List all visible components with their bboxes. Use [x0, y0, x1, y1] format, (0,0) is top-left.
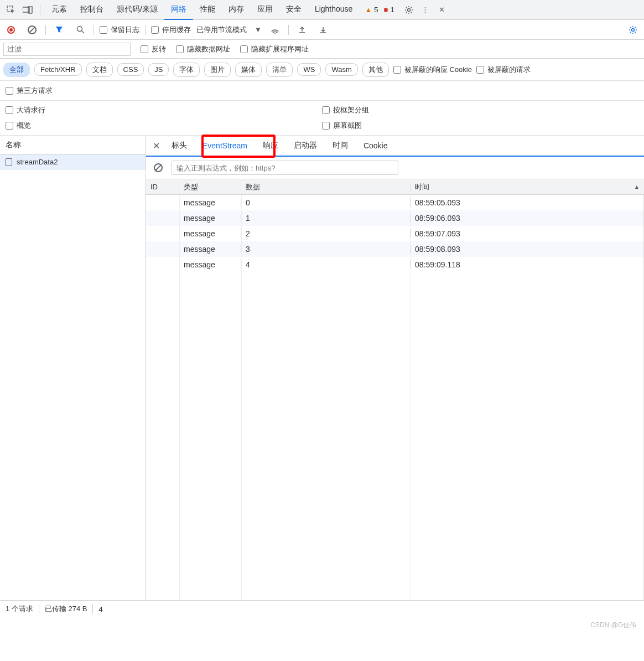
hide-ext-urls-checkbox[interactable]: 隐藏扩展程序网址: [240, 44, 309, 54]
main-tab[interactable]: Lighthouse: [308, 0, 360, 20]
svg-point-7: [632, 28, 635, 31]
type-pill[interactable]: 媒体: [235, 63, 262, 77]
filter-icon[interactable]: [51, 22, 67, 38]
third-party-checkbox[interactable]: 第三方请求: [6, 86, 53, 96]
network-toolbar: 保留日志 停用缓存 已停用节流模式▼: [0, 20, 644, 40]
eventstream-toolbar: [146, 157, 644, 179]
detail-tab[interactable]: 时间: [325, 136, 356, 155]
svg-point-6: [274, 33, 276, 34]
sort-arrow-icon: ▲: [634, 184, 640, 190]
filter-input[interactable]: [3, 43, 131, 56]
separator: [40, 4, 40, 16]
network-conditions-icon[interactable]: [267, 22, 283, 38]
more-icon[interactable]: ⋮: [418, 2, 433, 18]
svg-line-5: [81, 31, 84, 34]
upload-har-icon[interactable]: [294, 22, 310, 38]
col-header-data[interactable]: 数据: [241, 182, 411, 192]
issue-counters[interactable]: ▲5 ■1: [365, 6, 394, 14]
request-detail: ✕ 标头EventStream响应启动器时间Cookie ID 类型 数据 时间…: [146, 136, 644, 600]
preserve-log-checkbox[interactable]: 保留日志: [100, 25, 139, 35]
request-row[interactable]: streamData2: [0, 154, 146, 170]
error-count: 1: [390, 6, 394, 14]
group-by-frame-checkbox[interactable]: 按框架分组: [322, 105, 638, 115]
resource-type-filter-row2: 第三方请求: [0, 81, 644, 101]
svg-point-3: [407, 8, 410, 11]
main-tab[interactable]: 应用: [251, 0, 279, 20]
separator: [288, 25, 289, 35]
request-name: streamData2: [17, 158, 58, 166]
type-pill[interactable]: Fetch/XHR: [34, 63, 82, 76]
event-row[interactable]: message008:59:05.093: [146, 195, 643, 210]
inspect-icon[interactable]: [3, 2, 19, 18]
type-pill[interactable]: 字体: [173, 63, 200, 77]
type-pill[interactable]: 其他: [362, 63, 389, 77]
main-tabs: 元素控制台源代码/来源网络性能内存应用安全Lighthouse: [45, 0, 359, 20]
settings-icon[interactable]: [401, 2, 417, 18]
overview-checkbox[interactable]: 概览: [6, 121, 322, 131]
resource-type-filter: 全部Fetch/XHR文档CSSJS字体图片媒体清单WSWasm其他被屏蔽的响应…: [0, 59, 644, 81]
type-pill[interactable]: Wasm: [325, 63, 357, 76]
grid-header: ID 类型 数据 时间▲: [146, 179, 644, 195]
device-toolbar-icon[interactable]: [20, 2, 35, 18]
clear-events-icon[interactable]: [150, 160, 166, 175]
col-header-type[interactable]: 类型: [179, 182, 241, 192]
grid-body: message008:59:05.093message108:59:06.093…: [146, 195, 644, 600]
status-bar: 1 个请求 已传输 274 B 4: [0, 601, 644, 617]
close-detail-icon[interactable]: ✕: [148, 141, 164, 151]
close-devtools-icon[interactable]: ✕: [434, 2, 450, 18]
separator: [145, 25, 146, 35]
download-har-icon[interactable]: [315, 22, 331, 38]
main-tab[interactable]: 安全: [279, 0, 308, 20]
detail-tab[interactable]: EventStream: [195, 137, 255, 154]
hide-data-urls-checkbox[interactable]: 隐藏数据网址: [176, 44, 230, 54]
type-pill[interactable]: 文档: [86, 63, 113, 77]
network-settings-icon[interactable]: [625, 22, 641, 38]
type-pill[interactable]: 图片: [204, 63, 231, 77]
eventstream-grid: ID 类型 数据 时间▲ message008:59:05.093message…: [146, 179, 644, 600]
request-list-header[interactable]: 名称: [0, 136, 146, 154]
main-tab[interactable]: 控制台: [74, 0, 110, 20]
event-row[interactable]: message108:59:06.093: [146, 210, 643, 226]
event-row[interactable]: message408:59:09.118: [146, 257, 643, 272]
warning-icon: ▲: [365, 6, 372, 14]
main-tab[interactable]: 网络: [164, 0, 193, 20]
detail-tab[interactable]: Cookie: [356, 137, 396, 154]
detail-tabs: ✕ 标头EventStream响应启动器时间Cookie: [146, 136, 644, 157]
disable-cache-checkbox[interactable]: 停用缓存: [151, 25, 191, 35]
detail-tab[interactable]: 启动器: [286, 136, 325, 155]
clear-button[interactable]: [24, 22, 40, 38]
blockedRequests-checkbox[interactable]: 被屏蔽的请求: [476, 65, 531, 75]
error-icon: ■: [384, 6, 388, 14]
type-pill[interactable]: JS: [148, 63, 169, 76]
invert-checkbox[interactable]: 反转: [141, 44, 166, 54]
svg-point-4: [77, 27, 82, 32]
blockedCookies-checkbox[interactable]: 被屏蔽的响应 Cookie: [393, 65, 472, 75]
large-rows-checkbox[interactable]: 大请求行: [6, 105, 322, 115]
chevron-down-icon: ▼: [255, 25, 262, 34]
detail-tab[interactable]: 响应: [255, 136, 286, 155]
col-header-id[interactable]: ID: [146, 183, 179, 191]
type-pill[interactable]: 全部: [3, 63, 30, 77]
search-icon[interactable]: [72, 22, 88, 38]
event-row[interactable]: message208:59:07.093: [146, 226, 643, 241]
type-pill[interactable]: 清单: [266, 63, 293, 77]
record-button[interactable]: [3, 22, 19, 38]
filter-bar: 反转 隐藏数据网址 隐藏扩展程序网址: [0, 40, 644, 59]
request-list: 名称 streamData2: [0, 136, 146, 600]
main-tab[interactable]: 元素: [45, 0, 74, 20]
type-pill[interactable]: CSS: [117, 63, 144, 76]
regex-filter-input[interactable]: [172, 161, 398, 175]
throttling-select[interactable]: 已停用节流模式▼: [196, 25, 262, 35]
watermark: CSDN @G佳伟: [0, 617, 644, 633]
type-pill[interactable]: WS: [297, 63, 321, 76]
detail-tab[interactable]: 标头: [164, 136, 195, 155]
col-header-time[interactable]: 时间▲: [411, 182, 644, 192]
network-main: 名称 streamData2 ✕ 标头EventStream响应启动器时间Coo…: [0, 136, 644, 601]
main-tab[interactable]: 内存: [222, 0, 251, 20]
event-row[interactable]: message308:59:08.093: [146, 241, 643, 257]
status-resources: 4: [98, 605, 102, 613]
main-tab[interactable]: 源代码/来源: [110, 0, 164, 20]
main-tab[interactable]: 性能: [193, 0, 222, 20]
screenshots-checkbox[interactable]: 屏幕截图: [322, 121, 638, 131]
status-requests: 1 个请求: [6, 604, 33, 614]
